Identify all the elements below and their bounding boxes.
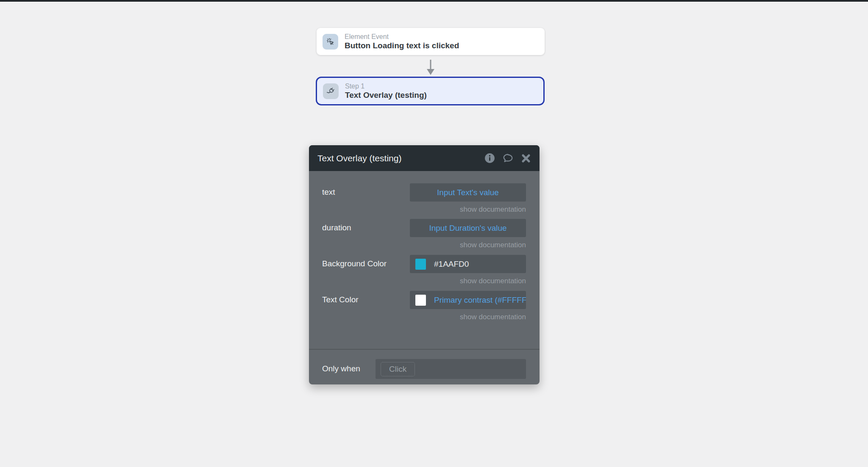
top-edge-bar bbox=[0, 0, 868, 2]
field-row-text: text Input Text's value show documentati… bbox=[309, 183, 540, 219]
show-documentation-link[interactable]: show documentation bbox=[460, 277, 526, 285]
info-icon[interactable] bbox=[484, 153, 495, 163]
section-divider bbox=[309, 349, 540, 350]
color-swatch[interactable] bbox=[415, 295, 426, 306]
field-row-text-color: Text Color Primary contrast (#FFFFF show… bbox=[309, 291, 540, 327]
plug-icon bbox=[323, 83, 339, 99]
field-row-background-color: Background Color #1AAFD0 show documentat… bbox=[309, 255, 540, 291]
modal-title: Text Overlay (testing) bbox=[317, 153, 477, 163]
arrow-down-icon bbox=[425, 59, 436, 77]
field-label-text: text bbox=[322, 188, 335, 197]
field-label-duration: duration bbox=[322, 223, 351, 232]
text-value-input[interactable]: Input Text's value bbox=[410, 183, 526, 202]
step-title: Text Overlay (testing) bbox=[345, 91, 427, 100]
color-expression-value: Primary contrast (#FFFFF bbox=[434, 296, 526, 305]
close-icon[interactable] bbox=[521, 153, 531, 163]
comment-icon[interactable] bbox=[502, 153, 514, 163]
color-hex-value: #1AAFD0 bbox=[434, 260, 469, 269]
modal-header[interactable]: Text Overlay (testing) bbox=[309, 145, 540, 171]
modal-body: text Input Text's value show documentati… bbox=[309, 171, 540, 384]
step-kind-label: Step 1 bbox=[345, 82, 427, 90]
duration-value-input[interactable]: Input Duration's value bbox=[410, 219, 526, 237]
text-color-input[interactable]: Primary contrast (#FFFFF bbox=[410, 291, 526, 309]
only-when-label: Only when bbox=[322, 364, 360, 373]
workflow-event-card[interactable]: Element Event Button Loading text is cli… bbox=[317, 28, 545, 55]
only-when-condition-input[interactable]: Click bbox=[376, 359, 526, 379]
field-label-background-color: Background Color bbox=[322, 259, 387, 268]
show-documentation-link[interactable]: show documentation bbox=[460, 313, 526, 321]
dynamic-expression[interactable]: Input Text's value bbox=[437, 188, 499, 197]
event-title: Button Loading text is clicked bbox=[345, 41, 459, 51]
workflow-step-card[interactable]: Step 1 Text Overlay (testing) bbox=[316, 77, 545, 105]
cursor-click-icon bbox=[323, 34, 338, 50]
event-kind-label: Element Event bbox=[345, 33, 459, 41]
show-documentation-link[interactable]: show documentation bbox=[460, 241, 526, 249]
show-documentation-link[interactable]: show documentation bbox=[460, 205, 526, 214]
field-row-duration: duration Input Duration's value show doc… bbox=[309, 219, 540, 255]
click-placeholder-chip[interactable]: Click bbox=[381, 362, 415, 376]
dynamic-expression[interactable]: Input Duration's value bbox=[429, 224, 506, 233]
field-label-text-color: Text Color bbox=[322, 295, 359, 304]
color-swatch[interactable] bbox=[415, 259, 426, 270]
background-color-input[interactable]: #1AAFD0 bbox=[410, 255, 526, 273]
action-properties-modal: Text Overlay (testing) text Input Text's… bbox=[309, 145, 540, 384]
